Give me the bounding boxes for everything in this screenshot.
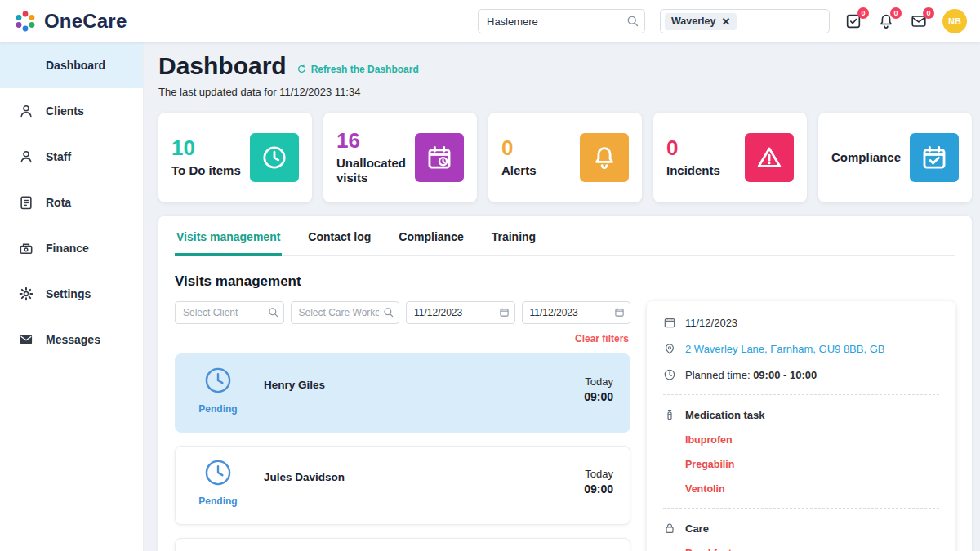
divider <box>663 508 939 509</box>
location-chip[interactable]: Waverley ✕ <box>665 13 737 30</box>
date-to-filter <box>522 301 631 324</box>
visit-card-jules-davidson[interactable]: Pending Jules Davidson Today 09:00 <box>175 446 630 525</box>
visit-day: Today <box>584 468 613 480</box>
location-pin-icon <box>663 342 676 355</box>
visit-detail-card: 11/12/2023 2 Waverley Lane, Farnham, GU9… <box>647 301 956 551</box>
detail-address-link[interactable]: 2 Waverley Lane, Farnham, GU9 8BB, GB <box>685 343 884 355</box>
search-input[interactable] <box>478 9 645 33</box>
clear-filters-link[interactable]: Clear filters <box>575 333 629 344</box>
tasks-badge: 0 <box>858 7 869 19</box>
planned-time-label: Planned time: <box>685 369 751 381</box>
sidebar-item-label: Messages <box>46 333 100 346</box>
location-filter-box: Waverley ✕ <box>660 9 830 33</box>
care-worker-filter <box>291 301 400 324</box>
bell-icon <box>580 133 629 182</box>
detail-date: 11/12/2023 <box>685 317 737 329</box>
calendar-icon <box>614 307 625 318</box>
visit-time: 09:00 <box>584 482 613 495</box>
divider <box>663 394 939 395</box>
date-from-filter <box>406 301 515 324</box>
sidebar-item-label: Clients <box>46 104 84 118</box>
gear-icon <box>18 286 34 302</box>
messages-button[interactable]: 0 <box>910 12 928 30</box>
tasks-button[interactable]: 0 <box>844 12 862 30</box>
visit-filters: Clear filters <box>175 301 630 345</box>
stat-card-unallocated[interactable]: 16 Unallocated visits <box>323 113 477 202</box>
alerts-count: 0 <box>501 137 537 158</box>
last-updated-text: The last updated data for 11/12/2023 11:… <box>158 86 972 98</box>
sidebar-item-rota[interactable]: Rota <box>0 180 143 225</box>
planned-time-value: 09:00 - 10:00 <box>753 369 817 381</box>
calendar-icon <box>499 307 510 318</box>
calendar-icon <box>663 316 676 329</box>
visits-column: Clear filters Pending Henry Giles Today … <box>175 301 630 551</box>
notifications-badge: 0 <box>890 7 902 19</box>
planned-time-row: Planned time: 09:00 - 10:00 <box>685 369 817 381</box>
medication-task-title: Medication task <box>685 409 765 421</box>
visit-day: Today <box>584 375 613 388</box>
sidebar-item-dashboard[interactable]: Dashboard <box>0 42 143 88</box>
alerts-label: Alerts <box>501 163 537 178</box>
stat-card-compliance[interactable]: Compliance <box>818 113 972 202</box>
compliance-label: Compliance <box>831 150 901 165</box>
medication-item-link[interactable]: Pregabilin <box>685 459 939 470</box>
visit-list: Pending Henry Giles Today 09:00 Pending <box>175 353 630 551</box>
sidebar-item-finance[interactable]: Finance <box>0 225 143 271</box>
medication-item-link[interactable]: Ibuprofen <box>685 434 939 446</box>
brand-name: OneCare <box>44 10 127 33</box>
visit-status: Pending <box>198 403 237 415</box>
todo-label: To Do items <box>172 163 241 178</box>
tab-training[interactable]: Training <box>490 220 537 256</box>
dashboard-pie-icon <box>18 57 34 73</box>
sidebar: Dashboard Clients Staff Rota Finance <box>0 42 144 551</box>
refresh-link[interactable]: Refresh the Dashboard <box>296 64 419 75</box>
onecare-logo-icon <box>13 9 38 33</box>
unallocated-count: 16 <box>336 130 412 151</box>
search-icon <box>268 307 278 318</box>
sidebar-item-label: Staff <box>46 150 71 163</box>
care-item-link[interactable]: Breakfast <box>685 548 939 551</box>
stat-cards: 10 To Do items 16 Unallocated visits <box>158 113 972 202</box>
lock-icon <box>663 522 676 535</box>
incidents-count: 0 <box>666 137 720 158</box>
chip-close-icon[interactable]: ✕ <box>721 16 730 28</box>
medication-item-link[interactable]: Ventolin <box>685 483 939 495</box>
stat-card-alerts[interactable]: 0 Alerts <box>488 113 642 202</box>
visit-client-name: Henry Giles <box>264 379 325 422</box>
visit-client-name: Jules Davidson <box>264 471 345 514</box>
sidebar-item-settings[interactable]: Settings <box>0 271 143 317</box>
visit-card-partial[interactable] <box>175 538 630 551</box>
medication-icon <box>663 408 676 421</box>
sidebar-item-label: Dashboard <box>46 59 105 72</box>
location-chip-label: Waverley <box>671 16 715 27</box>
sidebar-item-clients[interactable]: Clients <box>0 88 143 134</box>
stat-card-incidents[interactable]: 0 Incidents <box>653 113 807 202</box>
tab-visits-management[interactable]: Visits management <box>175 220 282 256</box>
care-title: Care <box>685 522 709 535</box>
stat-card-todo[interactable]: 10 To Do items <box>158 113 312 202</box>
cash-box-icon <box>18 240 34 256</box>
section-title: Visits management <box>175 273 956 290</box>
brand[interactable]: OneCare <box>13 9 127 33</box>
warning-icon <box>745 133 794 182</box>
staff-person-icon <box>18 149 34 165</box>
visit-status: Pending <box>198 495 237 507</box>
notifications-button[interactable]: 0 <box>877 12 895 30</box>
refresh-icon <box>296 64 307 74</box>
envelope-icon <box>18 331 34 348</box>
top-bar: OneCare Waverley ✕ 0 <box>0 0 980 42</box>
refresh-label: Refresh the Dashboard <box>311 64 419 75</box>
user-avatar[interactable]: NB <box>942 9 967 33</box>
pending-clock-icon <box>203 458 233 487</box>
tab-compliance[interactable]: Compliance <box>397 220 465 256</box>
sidebar-item-label: Rota <box>46 196 71 209</box>
visit-card-henry-giles[interactable]: Pending Henry Giles Today 09:00 <box>175 353 630 433</box>
sidebar-item-label: Settings <box>46 287 91 300</box>
sidebar-item-label: Finance <box>46 242 89 255</box>
tab-contact-log[interactable]: Contact log <box>306 220 372 256</box>
todo-count: 10 <box>172 137 241 158</box>
sidebar-item-staff[interactable]: Staff <box>0 134 143 180</box>
person-icon <box>18 103 34 119</box>
clock-icon <box>663 368 676 381</box>
sidebar-item-messages[interactable]: Messages <box>0 317 143 362</box>
